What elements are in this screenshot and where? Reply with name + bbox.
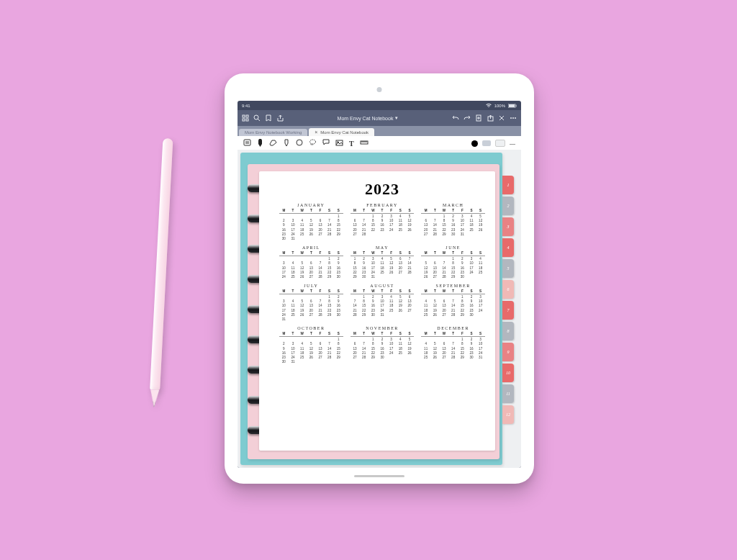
eraser-icon[interactable]: [269, 140, 277, 148]
color-swatch-black[interactable]: [471, 140, 478, 147]
month-name: APRIL: [279, 245, 343, 250]
image-icon[interactable]: [335, 140, 343, 148]
month-june: JUNEMTWTFSS12345678910111213141516171819…: [421, 245, 485, 279]
month-name: DECEMBER: [421, 326, 485, 330]
month-tab-2[interactable]: 2: [502, 197, 514, 215]
month-tabs: 123456789101112: [502, 176, 514, 424]
wifi-icon: [486, 104, 492, 109]
svg-rect-4: [246, 115, 248, 117]
month-december: DECEMBERMTWTFSS1234567891011121314151617…: [421, 326, 485, 364]
planner-page: 2023 JANUARYMTWTFSS123456789101112131415…: [259, 171, 495, 451]
tab-inactive[interactable]: Mom Envy Notebook Working: [239, 129, 307, 136]
battery-label: 100%: [494, 104, 505, 108]
month-name: JUNE: [421, 245, 485, 250]
month-name: MARCH: [421, 203, 485, 207]
tab-strip: Mom Envy Notebook Working × Mom Envy Cat…: [238, 126, 521, 136]
shape-icon[interactable]: [296, 139, 303, 148]
pen-icon[interactable]: [257, 139, 263, 148]
ipad-device: 9:41 100% Mom Envy Cat No: [225, 73, 534, 484]
comment-icon[interactable]: [322, 139, 330, 148]
battery-icon: [508, 104, 517, 109]
undo-icon[interactable]: [452, 115, 459, 121]
month-february: FEBRUARYMTWTFSS1234567891011121314151617…: [351, 203, 415, 241]
svg-point-7: [254, 115, 258, 119]
lasso-icon[interactable]: [309, 139, 317, 148]
month-name: AUGUST: [351, 284, 415, 288]
month-tab-12[interactable]: 12: [502, 405, 514, 424]
bookmark-icon[interactable]: [265, 114, 272, 122]
month-may: MAYMTWTFSS123456789101112131415161718192…: [351, 245, 415, 279]
month-name: JULY: [279, 284, 343, 288]
svg-rect-18: [244, 140, 250, 145]
month-tab-9[interactable]: 9: [502, 343, 514, 361]
month-october: OCTOBERMTWTFSS12345678910111213141516171…: [279, 326, 343, 364]
svg-rect-6: [246, 119, 248, 121]
svg-line-8: [258, 119, 260, 121]
month-august: AUGUSTMTWTFSS123456789101112131415161718…: [351, 284, 415, 322]
month-name: NOVEMBER: [351, 326, 415, 330]
svg-point-16: [512, 117, 514, 119]
chevron-down-icon: ▾: [395, 115, 398, 121]
svg-rect-1: [509, 104, 515, 107]
more-icon[interactable]: [510, 117, 517, 119]
search-icon[interactable]: [253, 114, 261, 122]
month-tab-5[interactable]: 5: [502, 259, 514, 278]
month-january: JANUARYMTWTFSS12345678910111213141516171…: [279, 203, 343, 241]
ruler-icon[interactable]: [360, 140, 368, 147]
add-page-icon[interactable]: [475, 114, 482, 122]
close-icon[interactable]: [498, 115, 505, 121]
export-icon[interactable]: [487, 114, 494, 122]
svg-rect-2: [516, 104, 517, 107]
grid-icon[interactable]: [242, 114, 249, 122]
month-name: SEPTEMBER: [421, 284, 485, 288]
drawing-toolbar: T —: [238, 136, 521, 151]
read-icon[interactable]: [243, 139, 251, 148]
color-swatch-gray[interactable]: [482, 140, 491, 146]
apple-pencil: [148, 138, 175, 426]
month-march: MARCHMTWTFSS1234567891011121314151617181…: [421, 203, 485, 241]
highlighter-icon[interactable]: [283, 139, 290, 148]
svg-point-17: [515, 117, 516, 119]
svg-rect-5: [243, 119, 245, 121]
camera-dot: [377, 87, 382, 92]
month-name: MAY: [351, 245, 415, 250]
month-tab-10[interactable]: 10: [502, 363, 514, 382]
year-title: 2023: [279, 180, 485, 199]
month-july: JULYMTWTFSS12345678910111213141516171819…: [279, 284, 343, 322]
screen: 9:41 100% Mom Envy Cat No: [238, 101, 521, 468]
svg-point-15: [510, 117, 512, 119]
month-tab-4[interactable]: 4: [502, 238, 514, 257]
app-navbar: Mom Envy Cat Notebook ▾: [238, 110, 521, 126]
month-name: JANUARY: [279, 203, 343, 207]
month-september: SEPTEMBERMTWTFSS123456789101112131415161…: [421, 284, 485, 322]
text-icon[interactable]: T: [349, 140, 354, 148]
svg-point-21: [297, 140, 302, 145]
status-bar: 9:41 100%: [238, 101, 521, 110]
color-swatch-light[interactable]: [495, 140, 505, 147]
svg-rect-3: [243, 115, 245, 117]
month-name: FEBRUARY: [351, 203, 415, 207]
document-title[interactable]: Mom Envy Cat Notebook ▾: [288, 115, 448, 121]
month-tab-7[interactable]: 7: [502, 301, 514, 320]
document-canvas[interactable]: 123456789101112 2023 JANUARYMTWTFSS12345…: [238, 150, 521, 468]
month-tab-1[interactable]: 1: [502, 176, 514, 194]
home-indicator: [354, 475, 404, 477]
month-tab-8[interactable]: 8: [502, 322, 514, 340]
month-tab-3[interactable]: 3: [502, 217, 514, 236]
svg-point-22: [310, 140, 316, 144]
calendar-grid: JANUARYMTWTFSS12345678910111213141516171…: [279, 203, 485, 364]
share-icon[interactable]: [276, 114, 284, 122]
stroke-width-icon[interactable]: —: [510, 140, 515, 147]
tab-close-icon[interactable]: ×: [315, 130, 317, 135]
month-tab-11[interactable]: 11: [502, 384, 514, 403]
status-time: 9:41: [242, 104, 250, 108]
scene: 9:41 100% Mom Envy Cat No: [0, 0, 737, 560]
month-name: OCTOBER: [279, 326, 343, 330]
tab-active[interactable]: × Mom Envy Cat Notebook: [309, 128, 374, 136]
month-tab-6[interactable]: 6: [502, 280, 514, 299]
month-november: NOVEMBERMTWTFSS1234567891011121314151617…: [351, 326, 415, 364]
month-april: APRILMTWTFSS1234567891011121314151617181…: [279, 245, 343, 279]
redo-icon[interactable]: [464, 115, 471, 121]
